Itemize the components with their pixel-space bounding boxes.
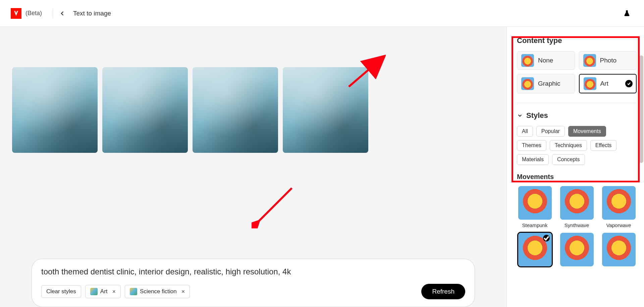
style-steampunk[interactable]: Steampunk [517, 186, 553, 228]
divider [517, 103, 637, 103]
content-type-thumb [521, 77, 534, 90]
style-item-6[interactable] [601, 233, 637, 266]
result-image-3[interactable] [193, 67, 278, 153]
content-type-photo[interactable]: Photo [579, 51, 637, 70]
styles-title: Styles [526, 111, 548, 120]
filter-themes[interactable]: Themes [517, 140, 546, 151]
result-image-2[interactable] [102, 67, 188, 153]
filter-row: All Popular Movements Themes Techniques … [517, 126, 637, 165]
content-type-none[interactable]: None [517, 51, 575, 70]
close-icon[interactable]: × [181, 288, 185, 295]
style-label: Synthwave [565, 222, 589, 228]
chip-icon [130, 288, 137, 295]
scrollbar-thumb[interactable] [639, 55, 643, 163]
check-icon [543, 235, 550, 242]
content-type-title: Content type [517, 36, 637, 45]
content-type-label: Photo [600, 57, 617, 64]
beta-label: (Beta) [25, 10, 42, 17]
chip-label: Science fiction [140, 288, 177, 295]
content-type-art[interactable]: Art [579, 74, 637, 93]
style-thumb [518, 186, 552, 220]
styles-header[interactable]: Styles [517, 111, 637, 120]
style-item-4[interactable] [517, 233, 553, 266]
style-chip-scifi[interactable]: Science fiction × [125, 285, 190, 298]
main-content: tooth themed dentist clinic, interior de… [0, 27, 644, 307]
prompt-box: tooth themed dentist clinic, interior de… [32, 259, 475, 307]
style-chip-art[interactable]: Art × [85, 285, 121, 298]
svg-line-1 [256, 188, 292, 224]
content-type-label: Art [600, 80, 608, 87]
refresh-button[interactable]: Refresh [421, 284, 465, 299]
filter-movements[interactable]: Movements [568, 126, 606, 137]
divider [53, 9, 53, 18]
filter-all[interactable]: All [517, 126, 533, 137]
content-type-label: Graphic [538, 80, 560, 87]
style-thumb [560, 186, 594, 220]
style-label: Vaporwave [606, 222, 631, 228]
style-synthwave[interactable]: Synthwave [559, 186, 595, 228]
prompt-text[interactable]: tooth themed dentist clinic, interior de… [41, 267, 465, 276]
style-item-5[interactable] [559, 233, 595, 266]
style-thumb [560, 233, 594, 266]
back-button[interactable] [58, 9, 66, 17]
style-grid: Steampunk Synthwave Vaporwave [517, 186, 637, 266]
header-bar: (Beta) Text to image [0, 0, 644, 27]
content-type-thumb [584, 77, 596, 90]
chevron-down-icon [517, 113, 523, 119]
right-panel-scroll: Content type None Photo Graphic Art [507, 27, 644, 307]
style-label: Steampunk [522, 222, 548, 228]
content-type-thumb [521, 54, 534, 67]
results-row [12, 67, 494, 153]
movements-title: Movements [517, 173, 637, 181]
clear-styles-label: Clear styles [46, 288, 76, 295]
adobe-logo [11, 8, 21, 19]
result-image-1[interactable] [12, 67, 98, 153]
chip-label: Art [100, 288, 108, 295]
annotation-arrow-2 [252, 185, 295, 228]
content-type-thumb [583, 54, 596, 67]
chips-row: Clear styles Art × Science fiction × Ref… [41, 284, 465, 299]
filter-materials[interactable]: Materials [517, 154, 549, 165]
check-icon [625, 80, 633, 87]
clear-styles-chip[interactable]: Clear styles [41, 285, 81, 298]
content-type-grid: None Photo Graphic Art [517, 51, 637, 93]
style-thumb [602, 233, 636, 266]
chip-icon [90, 288, 98, 295]
style-vaporwave[interactable]: Vaporwave [601, 186, 637, 228]
content-type-label: None [538, 57, 553, 64]
result-image-4[interactable] [283, 67, 368, 153]
filter-popular[interactable]: Popular [536, 126, 565, 137]
prompt-area: tooth themed dentist clinic, interior de… [12, 259, 494, 307]
filter-techniques[interactable]: Techniques [550, 140, 587, 151]
filter-concepts[interactable]: Concepts [552, 154, 585, 165]
close-icon[interactable]: × [112, 288, 116, 295]
right-panel: Content type None Photo Graphic Art [506, 27, 644, 307]
page-title: Text to image [73, 10, 111, 17]
left-pane: tooth themed dentist clinic, interior de… [0, 27, 506, 307]
filter-effects[interactable]: Effects [590, 140, 617, 151]
content-type-graphic[interactable]: Graphic [517, 74, 575, 93]
style-thumb [518, 233, 552, 266]
beaker-icon[interactable] [623, 10, 631, 17]
style-thumb [602, 186, 636, 220]
